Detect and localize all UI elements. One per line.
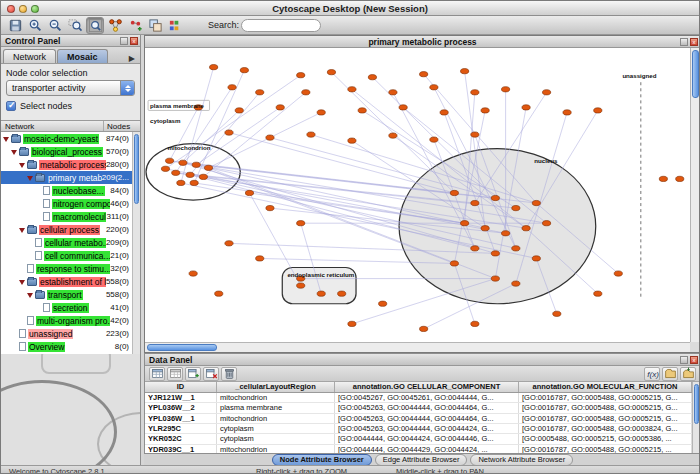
network-node[interactable]: [471, 132, 479, 137]
network-node[interactable]: [204, 165, 212, 170]
tree-item-transport[interactable]: transport558(0): [1, 288, 132, 301]
tree-item-establishment-of-lo-[interactable]: establishment of lo...558(0): [1, 275, 132, 288]
tree-item-cell-communica-[interactable]: cell communica...21(0): [1, 249, 132, 262]
network-node[interactable]: [471, 90, 479, 95]
tree-expander-icon[interactable]: [27, 174, 35, 182]
network-node[interactable]: [215, 291, 223, 296]
network-node[interactable]: [594, 108, 602, 113]
network-node[interactable]: [430, 85, 438, 90]
import-attributes-icon[interactable]: [662, 367, 678, 381]
network-node[interactable]: [553, 311, 561, 316]
network-node[interactable]: [471, 200, 479, 205]
tree-expander-icon[interactable]: [11, 148, 19, 156]
tab-network[interactable]: Network: [3, 49, 56, 63]
network-node[interactable]: [471, 246, 479, 251]
select-first-neighbors-icon[interactable]: [106, 17, 124, 34]
network-node[interactable]: [563, 110, 571, 115]
network-node[interactable]: [461, 69, 469, 74]
network-node[interactable]: [235, 108, 243, 113]
float-data-panel-icon[interactable]: [680, 356, 688, 364]
network-node[interactable]: [542, 221, 550, 226]
save-session-icon[interactable]: [6, 17, 24, 34]
network-node[interactable]: [245, 190, 253, 195]
network-node[interactable]: [659, 176, 667, 181]
network-svg[interactable]: plasma membranecytoplasmmitochondrionnuc…: [145, 48, 690, 342]
network-node[interactable]: [297, 283, 305, 288]
column-header-2[interactable]: annotation.GO CELLULAR_COMPONENT: [335, 382, 519, 392]
network-node[interactable]: [348, 138, 356, 143]
zoom-selected-region-icon[interactable]: [66, 17, 84, 34]
column-header-1[interactable]: _cellularLayoutRegion: [217, 382, 335, 392]
network-node[interactable]: [389, 90, 397, 95]
table-scrollbar[interactable]: [692, 382, 700, 453]
tree-scrollbar-thumb[interactable]: [134, 134, 139, 204]
tree-expander-icon[interactable]: [3, 135, 11, 143]
tree-item-nitrogen-compo-[interactable]: nitrogen compo...46(0): [1, 197, 132, 210]
network-node[interactable]: [228, 85, 236, 90]
network-node[interactable]: [256, 256, 264, 261]
network-node[interactable]: [512, 246, 520, 251]
zoom-fit-icon[interactable]: [86, 17, 104, 34]
network-node[interactable]: [186, 172, 194, 177]
tree-scrollbar[interactable]: [132, 132, 140, 354]
network-node[interactable]: [172, 170, 180, 175]
tree-expander-icon[interactable]: [27, 291, 35, 299]
network-node[interactable]: [348, 87, 356, 92]
tree-item-overview[interactable]: Overview8(0): [1, 340, 132, 353]
delete-attribute-icon[interactable]: [203, 367, 219, 381]
close-window-button[interactable]: [7, 5, 15, 13]
network-node[interactable]: [379, 301, 387, 306]
network-node[interactable]: [240, 68, 248, 73]
tree-expander-icon[interactable]: [19, 226, 27, 234]
zoom-in-icon[interactable]: [26, 17, 44, 34]
tree-expander-icon[interactable]: [19, 161, 27, 169]
select-attributes-icon[interactable]: [149, 367, 165, 381]
table-scroll-thumb[interactable]: [694, 384, 699, 424]
table-row[interactable]: YPL036W__1mitochondrion[GO:0045263, GO:0…: [145, 414, 692, 424]
network-node[interactable]: [358, 108, 366, 113]
network-node[interactable]: [430, 137, 438, 142]
minimize-window-button[interactable]: [19, 5, 27, 13]
network-node[interactable]: [297, 73, 305, 78]
tree-item-cellular-process[interactable]: cellular process220(0): [1, 223, 132, 236]
network-node[interactable]: [256, 90, 264, 95]
unselect-attributes-icon[interactable]: [167, 367, 183, 381]
network-node[interactable]: [190, 180, 198, 185]
tab-edge-attribute-browser[interactable]: Edge Attribute Browser: [375, 454, 468, 466]
network-node[interactable]: [302, 90, 310, 95]
tree-item-macromolecule-[interactable]: macromolecule...311(0): [1, 210, 132, 223]
search-input[interactable]: [241, 19, 321, 32]
float-view-icon[interactable]: [680, 38, 688, 46]
tab-node-attribute-browser[interactable]: Node Attribute Browser: [272, 454, 372, 466]
network-node[interactable]: [389, 133, 397, 138]
network-node[interactable]: [420, 326, 428, 331]
network-node[interactable]: [266, 135, 274, 140]
network-node[interactable]: [161, 166, 169, 171]
network-node[interactable]: [189, 271, 197, 276]
trash-icon[interactable]: [221, 367, 237, 381]
tree-col-nodes[interactable]: Nodes: [104, 121, 140, 131]
close-view-icon[interactable]: x: [690, 38, 698, 46]
select-nodes-checkbox[interactable]: [6, 101, 16, 111]
network-node[interactable]: [522, 105, 530, 110]
network-node[interactable]: [177, 180, 185, 185]
close-data-panel-icon[interactable]: x: [690, 356, 698, 364]
network-node[interactable]: [542, 90, 550, 95]
network-node[interactable]: [512, 281, 520, 286]
close-panel-icon[interactable]: x: [130, 37, 138, 45]
tree-item-biological-process[interactable]: biological_process570(0): [1, 145, 132, 158]
network-node[interactable]: [297, 221, 305, 226]
tree-item-nucleobase-[interactable]: nucleobase...84(0): [1, 184, 132, 197]
float-panel-icon[interactable]: [120, 37, 128, 45]
tree-expander-icon[interactable]: [19, 278, 27, 286]
network-node[interactable]: [165, 158, 173, 163]
tab-overflow-icon[interactable]: ▶: [126, 54, 138, 63]
network-node[interactable]: [210, 65, 218, 70]
table-row[interactable]: YJR121W__1mitochondrion[GO:0045267, GO:0…: [145, 393, 692, 403]
window-titlebar[interactable]: Cytoscape Desktop (New Session): [1, 1, 699, 16]
network-node[interactable]: [348, 321, 356, 326]
tab-network-attribute-browser[interactable]: Network Attribute Browser: [470, 454, 573, 466]
network-node[interactable]: [199, 174, 207, 179]
network-node[interactable]: [450, 261, 458, 266]
column-header-0[interactable]: ID: [145, 382, 217, 392]
